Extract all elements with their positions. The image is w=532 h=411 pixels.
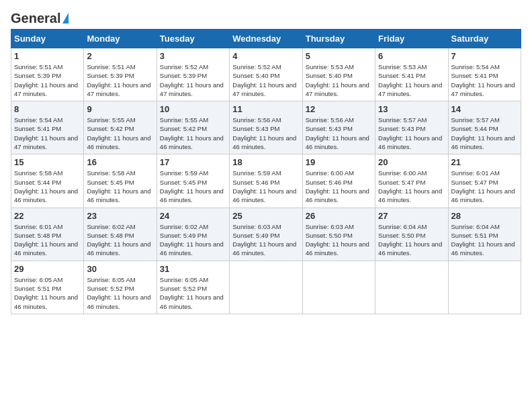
calendar-cell — [375, 261, 448, 314]
calendar-week-1: 1Sunrise: 5:51 AMSunset: 5:39 PMDaylight… — [11, 48, 521, 101]
day-info: Sunrise: 6:03 AMSunset: 5:50 PMDaylight:… — [306, 222, 372, 258]
weekday-header-saturday: Saturday — [448, 30, 521, 48]
day-number: 1 — [14, 51, 81, 61]
calendar-cell: 12Sunrise: 5:56 AMSunset: 5:43 PMDayligh… — [302, 101, 375, 154]
calendar-cell: 1Sunrise: 5:51 AMSunset: 5:39 PMDaylight… — [11, 48, 84, 101]
calendar-table: SundayMondayTuesdayWednesdayThursdayFrid… — [11, 29, 521, 314]
day-number: 7 — [451, 51, 518, 61]
calendar-cell: 14Sunrise: 5:57 AMSunset: 5:44 PMDayligh… — [448, 101, 521, 154]
calendar-week-4: 22Sunrise: 6:01 AMSunset: 5:48 PMDayligh… — [11, 208, 521, 261]
calendar-cell: 22Sunrise: 6:01 AMSunset: 5:48 PMDayligh… — [11, 208, 84, 261]
day-info: Sunrise: 6:05 AMSunset: 5:51 PMDaylight:… — [14, 275, 81, 311]
weekday-header-sunday: Sunday — [11, 30, 84, 48]
weekday-header-tuesday: Tuesday — [157, 30, 229, 48]
calendar-cell: 4Sunrise: 5:52 AMSunset: 5:40 PMDaylight… — [230, 48, 302, 101]
calendar-cell: 6Sunrise: 5:53 AMSunset: 5:41 PMDaylight… — [375, 48, 448, 101]
calendar-week-3: 15Sunrise: 5:58 AMSunset: 5:44 PMDayligh… — [11, 154, 521, 208]
logo-arrow-icon — [62, 13, 69, 24]
calendar-cell — [230, 261, 302, 314]
day-number: 10 — [160, 104, 226, 114]
day-number: 18 — [232, 157, 299, 167]
calendar-cell: 28Sunrise: 6:04 AMSunset: 5:51 PMDayligh… — [448, 208, 521, 261]
day-info: Sunrise: 6:00 AMSunset: 5:46 PMDaylight:… — [306, 169, 372, 204]
calendar-cell: 7Sunrise: 5:54 AMSunset: 5:41 PMDaylight… — [448, 48, 521, 101]
weekday-header-thursday: Thursday — [302, 30, 375, 48]
day-number: 28 — [451, 211, 518, 221]
calendar-cell: 11Sunrise: 5:56 AMSunset: 5:43 PMDayligh… — [230, 101, 302, 154]
calendar-cell: 30Sunrise: 6:05 AMSunset: 5:52 PMDayligh… — [84, 261, 157, 314]
day-number: 13 — [378, 104, 445, 114]
calendar-cell: 13Sunrise: 5:57 AMSunset: 5:43 PMDayligh… — [375, 101, 448, 154]
weekday-header-wednesday: Wednesday — [230, 30, 302, 48]
day-info: Sunrise: 5:58 AMSunset: 5:44 PMDaylight:… — [14, 169, 81, 204]
day-info: Sunrise: 5:54 AMSunset: 5:41 PMDaylight:… — [451, 62, 518, 98]
day-number: 29 — [14, 264, 81, 274]
day-number: 23 — [87, 211, 153, 221]
calendar-week-5: 29Sunrise: 6:05 AMSunset: 5:51 PMDayligh… — [11, 261, 521, 314]
day-number: 26 — [306, 211, 372, 221]
logo-general: General — [11, 11, 60, 26]
day-info: Sunrise: 6:02 AMSunset: 5:48 PMDaylight:… — [87, 222, 153, 258]
page-header: General — [11, 11, 521, 24]
day-number: 19 — [306, 157, 372, 167]
calendar-cell: 3Sunrise: 5:52 AMSunset: 5:39 PMDaylight… — [157, 48, 229, 101]
calendar-cell: 8Sunrise: 5:54 AMSunset: 5:41 PMDaylight… — [11, 101, 84, 154]
day-number: 22 — [14, 211, 81, 221]
calendar-cell: 20Sunrise: 6:00 AMSunset: 5:47 PMDayligh… — [375, 154, 448, 208]
day-number: 15 — [14, 157, 81, 167]
calendar-cell — [302, 261, 375, 314]
calendar-cell: 17Sunrise: 5:59 AMSunset: 5:45 PMDayligh… — [157, 154, 229, 208]
day-number: 24 — [160, 211, 226, 221]
calendar-cell: 16Sunrise: 5:58 AMSunset: 5:45 PMDayligh… — [84, 154, 157, 208]
day-info: Sunrise: 5:59 AMSunset: 5:46 PMDaylight:… — [232, 169, 299, 204]
calendar-cell: 9Sunrise: 5:55 AMSunset: 5:42 PMDaylight… — [84, 101, 157, 154]
day-info: Sunrise: 5:57 AMSunset: 5:43 PMDaylight:… — [378, 116, 445, 151]
day-number: 4 — [232, 51, 299, 61]
calendar-cell: 26Sunrise: 6:03 AMSunset: 5:50 PMDayligh… — [302, 208, 375, 261]
calendar-cell: 25Sunrise: 6:03 AMSunset: 5:49 PMDayligh… — [230, 208, 302, 261]
day-info: Sunrise: 6:01 AMSunset: 5:48 PMDaylight:… — [14, 222, 81, 258]
day-number: 8 — [14, 104, 81, 114]
day-info: Sunrise: 5:51 AMSunset: 5:39 PMDaylight:… — [87, 62, 153, 98]
day-number: 5 — [306, 51, 372, 61]
day-number: 12 — [306, 104, 372, 114]
day-number: 20 — [378, 157, 445, 167]
day-info: Sunrise: 5:53 AMSunset: 5:41 PMDaylight:… — [378, 62, 445, 98]
calendar-cell: 5Sunrise: 5:53 AMSunset: 5:40 PMDaylight… — [302, 48, 375, 101]
day-info: Sunrise: 5:56 AMSunset: 5:43 PMDaylight:… — [232, 116, 299, 151]
calendar-cell: 21Sunrise: 6:01 AMSunset: 5:47 PMDayligh… — [448, 154, 521, 208]
calendar-cell: 31Sunrise: 6:05 AMSunset: 5:52 PMDayligh… — [157, 261, 229, 314]
day-info: Sunrise: 5:52 AMSunset: 5:39 PMDaylight:… — [160, 62, 226, 98]
day-info: Sunrise: 5:51 AMSunset: 5:39 PMDaylight:… — [14, 62, 81, 98]
day-info: Sunrise: 6:01 AMSunset: 5:47 PMDaylight:… — [451, 169, 518, 204]
calendar-cell: 10Sunrise: 5:55 AMSunset: 5:42 PMDayligh… — [157, 101, 229, 154]
day-number: 2 — [87, 51, 153, 61]
day-info: Sunrise: 5:57 AMSunset: 5:44 PMDaylight:… — [451, 116, 518, 151]
day-info: Sunrise: 6:03 AMSunset: 5:49 PMDaylight:… — [232, 222, 299, 258]
day-number: 6 — [378, 51, 445, 61]
day-number: 27 — [378, 211, 445, 221]
day-number: 31 — [160, 264, 226, 274]
day-info: Sunrise: 5:59 AMSunset: 5:45 PMDaylight:… — [160, 169, 226, 204]
calendar-cell: 18Sunrise: 5:59 AMSunset: 5:46 PMDayligh… — [230, 154, 302, 208]
calendar-cell — [448, 261, 521, 314]
calendar-cell: 23Sunrise: 6:02 AMSunset: 5:48 PMDayligh… — [84, 208, 157, 261]
calendar-cell: 27Sunrise: 6:04 AMSunset: 5:50 PMDayligh… — [375, 208, 448, 261]
day-number: 9 — [87, 104, 153, 114]
day-info: Sunrise: 5:54 AMSunset: 5:41 PMDaylight:… — [14, 116, 81, 151]
day-number: 14 — [451, 104, 518, 114]
day-info: Sunrise: 6:04 AMSunset: 5:50 PMDaylight:… — [378, 222, 445, 258]
weekday-header-friday: Friday — [375, 30, 448, 48]
calendar-cell: 29Sunrise: 6:05 AMSunset: 5:51 PMDayligh… — [11, 261, 84, 314]
day-number: 11 — [232, 104, 299, 114]
day-info: Sunrise: 5:52 AMSunset: 5:40 PMDaylight:… — [232, 62, 299, 98]
day-number: 16 — [87, 157, 153, 167]
calendar-cell: 15Sunrise: 5:58 AMSunset: 5:44 PMDayligh… — [11, 154, 84, 208]
day-info: Sunrise: 5:55 AMSunset: 5:42 PMDaylight:… — [160, 116, 226, 151]
day-info: Sunrise: 6:00 AMSunset: 5:47 PMDaylight:… — [378, 169, 445, 204]
calendar-cell: 2Sunrise: 5:51 AMSunset: 5:39 PMDaylight… — [84, 48, 157, 101]
logo: General — [11, 11, 69, 24]
calendar-cell: 19Sunrise: 6:00 AMSunset: 5:46 PMDayligh… — [302, 154, 375, 208]
day-number: 25 — [232, 211, 299, 221]
day-number: 30 — [87, 264, 153, 274]
